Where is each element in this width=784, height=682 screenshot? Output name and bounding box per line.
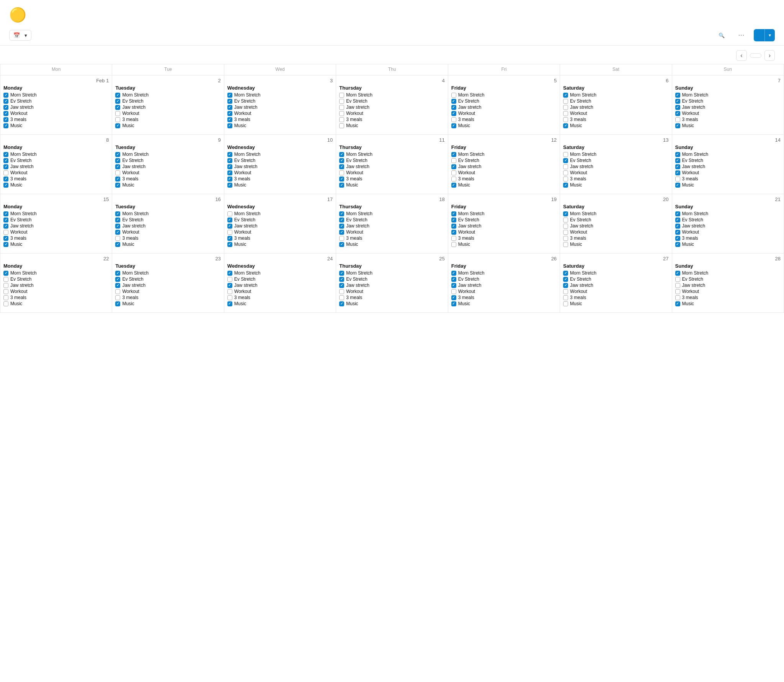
task-row[interactable]: Ev Stretch xyxy=(675,158,781,163)
task-checkbox[interactable] xyxy=(227,289,232,294)
task-row[interactable]: 3 meals xyxy=(339,117,444,122)
task-checkbox[interactable] xyxy=(563,289,568,294)
task-checkbox[interactable] xyxy=(563,230,568,235)
task-row[interactable]: 3 meals xyxy=(3,176,109,182)
task-checkbox[interactable] xyxy=(563,105,568,110)
task-row[interactable]: Jaw stretch xyxy=(675,283,781,288)
task-checkbox[interactable] xyxy=(451,170,456,175)
day-cell-22[interactable]: 22MondayMorn StretchEv StretchJaw stretc… xyxy=(0,254,112,313)
task-row[interactable]: Jaw stretch xyxy=(339,164,444,169)
task-checkbox[interactable] xyxy=(563,164,568,169)
task-row[interactable]: Workout xyxy=(563,229,668,235)
task-row[interactable]: 3 meals xyxy=(563,236,668,241)
task-checkbox[interactable] xyxy=(339,183,344,188)
task-row[interactable]: Workout xyxy=(339,229,444,235)
day-cell-5[interactable]: 5FridayMorn StretchEv StretchJaw stretch… xyxy=(448,75,560,135)
task-row[interactable]: Music xyxy=(3,301,109,306)
task-row[interactable]: Workout xyxy=(227,111,333,116)
task-checkbox[interactable] xyxy=(339,152,344,157)
task-row[interactable]: 3 meals xyxy=(675,117,781,122)
task-checkbox[interactable] xyxy=(451,117,456,122)
task-row[interactable]: Ev Stretch xyxy=(3,158,109,163)
task-row[interactable]: Jaw stretch xyxy=(115,105,220,110)
task-row[interactable]: Music xyxy=(115,242,220,247)
task-checkbox[interactable] xyxy=(227,117,232,122)
task-row[interactable]: Ev Stretch xyxy=(451,217,557,222)
task-row[interactable]: Workout xyxy=(451,289,557,294)
task-checkbox[interactable] xyxy=(115,152,120,157)
task-row[interactable]: Workout xyxy=(3,289,109,294)
task-row[interactable]: 3 meals xyxy=(451,236,557,241)
task-row[interactable]: Ev Stretch xyxy=(675,217,781,222)
task-checkbox[interactable] xyxy=(563,242,568,247)
day-cell-24[interactable]: 24WednesdayMorn StretchEv StretchJaw str… xyxy=(224,254,336,313)
task-row[interactable]: Music xyxy=(675,182,781,188)
task-checkbox[interactable] xyxy=(227,183,232,188)
task-checkbox[interactable] xyxy=(227,123,232,128)
task-row[interactable]: Jaw stretch xyxy=(227,283,333,288)
task-row[interactable]: Jaw stretch xyxy=(115,223,220,229)
task-checkbox[interactable] xyxy=(339,211,344,216)
task-checkbox[interactable] xyxy=(563,99,568,104)
task-row[interactable]: Morn Stretch xyxy=(115,270,220,276)
task-row[interactable]: Jaw stretch xyxy=(451,164,557,169)
task-checkbox[interactable] xyxy=(451,211,456,216)
task-row[interactable]: Jaw stretch xyxy=(563,223,668,229)
task-row[interactable]: Music xyxy=(675,301,781,306)
task-row[interactable]: Morn Stretch xyxy=(115,92,220,98)
day-cell-23[interactable]: 23TuesdayMorn StretchEv StretchJaw stret… xyxy=(112,254,224,313)
day-cell-15[interactable]: 15MondayMorn StretchEv StretchJaw stretc… xyxy=(0,194,112,254)
task-checkbox[interactable] xyxy=(563,211,568,216)
task-checkbox[interactable] xyxy=(339,93,344,98)
task-checkbox[interactable] xyxy=(227,93,232,98)
day-cell-8[interactable]: 8MondayMorn StretchEv StretchJaw stretch… xyxy=(0,135,112,194)
task-row[interactable]: Music xyxy=(227,182,333,188)
day-cell-17[interactable]: 17WednesdayMorn StretchEv StretchJaw str… xyxy=(224,194,336,254)
task-row[interactable]: Ev Stretch xyxy=(339,276,444,282)
task-checkbox[interactable] xyxy=(339,177,344,182)
task-row[interactable]: Jaw stretch xyxy=(675,164,781,169)
day-cell-4[interactable]: 4ThursdayMorn StretchEv StretchJaw stret… xyxy=(336,75,448,135)
task-row[interactable]: Ev Stretch xyxy=(675,98,781,104)
task-checkbox[interactable] xyxy=(451,99,456,104)
task-row[interactable]: Music xyxy=(227,301,333,306)
task-checkbox[interactable] xyxy=(3,224,8,229)
task-row[interactable]: Jaw stretch xyxy=(451,223,557,229)
task-row[interactable]: Music xyxy=(339,123,444,128)
task-row[interactable]: 3 meals xyxy=(3,117,109,122)
task-row[interactable]: Music xyxy=(563,301,668,306)
task-checkbox[interactable] xyxy=(451,283,456,288)
day-cell-3[interactable]: 3WednesdayMorn StretchEv StretchJaw stre… xyxy=(224,75,336,135)
task-row[interactable]: Morn Stretch xyxy=(227,152,333,157)
task-row[interactable]: Ev Stretch xyxy=(563,217,668,222)
task-checkbox[interactable] xyxy=(563,170,568,175)
task-row[interactable]: Ev Stretch xyxy=(3,98,109,104)
task-row[interactable]: Music xyxy=(339,242,444,247)
task-row[interactable]: Music xyxy=(339,301,444,306)
task-checkbox[interactable] xyxy=(3,183,8,188)
task-checkbox[interactable] xyxy=(675,152,680,157)
task-row[interactable]: Workout xyxy=(563,111,668,116)
task-checkbox[interactable] xyxy=(451,158,456,163)
task-checkbox[interactable] xyxy=(115,93,120,98)
task-checkbox[interactable] xyxy=(563,301,568,306)
task-row[interactable]: Jaw stretch xyxy=(3,283,109,288)
task-checkbox[interactable] xyxy=(227,236,232,241)
task-row[interactable]: 3 meals xyxy=(675,236,781,241)
task-checkbox[interactable] xyxy=(115,170,120,175)
task-checkbox[interactable] xyxy=(675,277,680,282)
task-row[interactable]: Jaw stretch xyxy=(339,105,444,110)
day-cell-9[interactable]: 9TuesdayMorn StretchEv StretchJaw stretc… xyxy=(112,135,224,194)
task-checkbox[interactable] xyxy=(227,295,232,300)
task-checkbox[interactable] xyxy=(339,236,344,241)
task-row[interactable]: 3 meals xyxy=(563,295,668,300)
task-checkbox[interactable] xyxy=(451,236,456,241)
task-row[interactable]: Workout xyxy=(451,170,557,175)
task-checkbox[interactable] xyxy=(563,277,568,282)
task-checkbox[interactable] xyxy=(451,230,456,235)
task-row[interactable]: Workout xyxy=(115,111,220,116)
task-checkbox[interactable] xyxy=(451,152,456,157)
task-checkbox[interactable] xyxy=(115,105,120,110)
task-checkbox[interactable] xyxy=(115,301,120,306)
day-cell-13[interactable]: 13SaturdayMorn StretchEv StretchJaw stre… xyxy=(560,135,672,194)
